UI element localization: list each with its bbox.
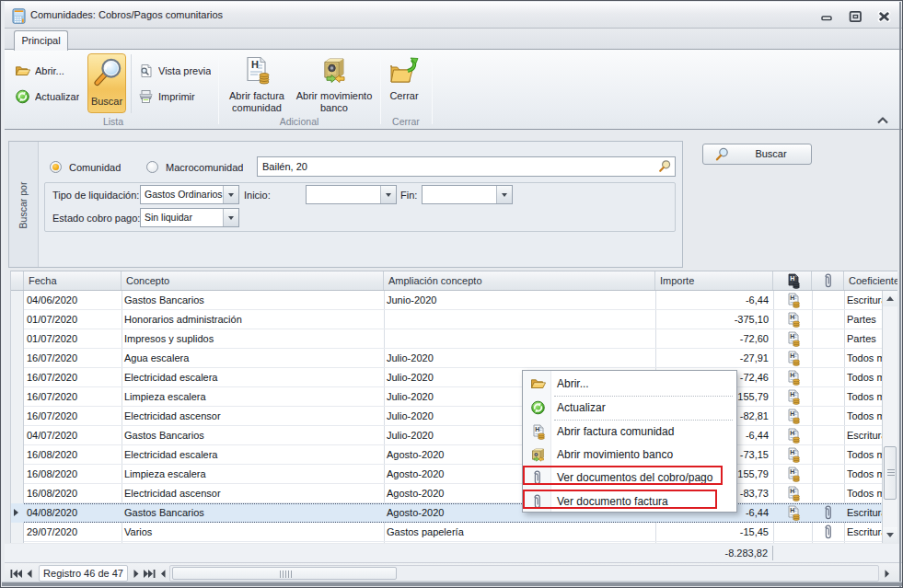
- invoice-icon: H: [785, 428, 801, 444]
- cell-ampliacion[interactable]: [384, 329, 655, 349]
- cell-concepto[interactable]: Impresos y suplidos: [122, 329, 384, 349]
- cell-concepto[interactable]: Electricidad ascensor: [122, 407, 384, 426]
- vertical-scroll-thumb[interactable]: [884, 446, 897, 500]
- ribbon-button-imprimir[interactable]: Imprimir: [138, 87, 214, 106]
- cell-importe[interactable]: -6,44: [655, 291, 773, 310]
- dropdown-arrow-icon[interactable]: [223, 186, 238, 203]
- cell-concepto[interactable]: Electricidad ascensor: [122, 484, 384, 503]
- close-button[interactable]: [877, 10, 891, 23]
- horizontal-scroll-thumb[interactable]: [172, 567, 397, 580]
- tipo-liquidacion-combo[interactable]: Gastos Ordinarios: [140, 185, 239, 204]
- ribbon-button-actualizar[interactable]: Actualizar: [15, 87, 87, 106]
- header-importe[interactable]: Importe: [655, 271, 773, 290]
- header-fecha[interactable]: Fecha: [24, 271, 122, 290]
- radio-macrocomunidad[interactable]: [146, 161, 158, 173]
- cell-ampliacion[interactable]: Junio-2020: [384, 291, 655, 310]
- header-coeficiente[interactable]: Coeficiente: [844, 271, 897, 290]
- inicio-combo[interactable]: [306, 185, 397, 204]
- table-row[interactable]: 04/07/2020 Gastos Bancarios Julio-2020 -…: [11, 426, 897, 445]
- search-input-magnifier-icon[interactable]: [658, 159, 672, 173]
- cell-importe[interactable]: -15,45: [655, 523, 773, 542]
- scroll-left-icon[interactable]: [159, 567, 168, 581]
- cell-fecha[interactable]: 16/08/2020: [24, 484, 122, 503]
- cell-fecha[interactable]: 04/06/2020: [24, 291, 122, 310]
- cell-concepto[interactable]: Electricidad escalera: [122, 445, 384, 465]
- cell-fecha[interactable]: 04/07/2020: [24, 426, 122, 445]
- cell-importe[interactable]: -375,10: [655, 310, 773, 329]
- dropdown-arrow-icon[interactable]: [496, 186, 512, 203]
- buscar-button[interactable]: Buscar: [702, 144, 812, 165]
- cell-concepto[interactable]: Limpieza escalera: [122, 387, 384, 407]
- header-adjunto[interactable]: [812, 271, 844, 290]
- horizontal-scrollbar[interactable]: [169, 565, 879, 582]
- cell-concepto[interactable]: Electricidad escalera: [122, 368, 384, 387]
- table-row[interactable]: 01/07/2020 Honorarios administración -37…: [11, 310, 897, 329]
- table-row[interactable]: 16/07/2020 Agua escalera Julio-2020 -27,…: [11, 349, 897, 368]
- cell-fecha[interactable]: 16/08/2020: [24, 465, 122, 484]
- cell-importe[interactable]: -27,91: [655, 349, 773, 368]
- scroll-right-icon[interactable]: [883, 567, 891, 581]
- table-row[interactable]: 16/08/2020 Electricidad ascensor Agosto-…: [11, 484, 897, 503]
- cell-fecha[interactable]: 16/07/2020: [24, 368, 122, 387]
- cell-fecha[interactable]: 16/07/2020: [24, 387, 122, 407]
- cell-fecha[interactable]: 16/08/2020: [24, 445, 122, 465]
- minimize-button[interactable]: [820, 10, 834, 23]
- scroll-up-button[interactable]: [883, 291, 897, 306]
- chevron-up-icon[interactable]: [876, 116, 889, 124]
- last-record-icon[interactable]: [143, 567, 156, 581]
- scroll-down-button[interactable]: [883, 527, 897, 543]
- ribbon-button-abrir-movimiento[interactable]: Abrir movimiento banco: [290, 53, 378, 114]
- cell-fecha[interactable]: 16/07/2020: [24, 407, 122, 426]
- fin-combo[interactable]: [422, 185, 513, 204]
- radio-comunidad[interactable]: [50, 161, 62, 173]
- cell-concepto[interactable]: Varios: [122, 523, 384, 542]
- ribbon-button-abrir[interactable]: Abrir...: [15, 62, 87, 80]
- cell-fecha[interactable]: 01/07/2020: [24, 329, 122, 349]
- table-row-selected[interactable]: 04/08/2020 Gastos Bancarios Agosto-2020 …: [11, 503, 897, 523]
- cell-fecha[interactable]: 16/07/2020: [24, 349, 122, 368]
- table-row[interactable]: 04/06/2020 Gastos Bancarios Junio-2020 -…: [11, 291, 897, 310]
- cell-concepto[interactable]: Gastos Bancarios: [122, 426, 384, 445]
- cell-concepto[interactable]: Limpieza escalera: [122, 465, 384, 484]
- table-row[interactable]: 16/07/2020 Limpieza escalera Julio-2020 …: [11, 387, 897, 407]
- vertical-scrollbar[interactable]: [882, 291, 897, 543]
- ribbon-button-cerrar[interactable]: Cerrar: [370, 53, 438, 114]
- menu-item-abrir-factura[interactable]: H Abrir factura comunidad: [523, 421, 736, 444]
- table-row[interactable]: 16/08/2020 Limpieza escalera Agosto-2020…: [11, 465, 897, 484]
- table-row[interactable]: 01/07/2020 Impresos y suplidos -72,60 H …: [11, 329, 897, 349]
- first-record-icon[interactable]: [9, 567, 23, 581]
- cell-importe[interactable]: -72,60: [655, 329, 773, 349]
- search-input[interactable]: [257, 156, 676, 177]
- table-row[interactable]: 29/07/2020 Varios Gastos papelería -15,4…: [11, 523, 897, 542]
- cell-concepto[interactable]: Gastos Bancarios: [122, 503, 384, 523]
- maximize-button[interactable]: [849, 10, 862, 23]
- cell-concepto[interactable]: Agua escalera: [122, 349, 384, 368]
- table-row[interactable]: 16/08/2020 Electricidad escalera Agosto-…: [11, 445, 897, 465]
- cell-concepto[interactable]: Gastos Bancarios: [122, 291, 384, 310]
- cell-fecha[interactable]: 01/07/2020: [24, 310, 122, 329]
- cell-concepto[interactable]: Honorarios administración: [122, 310, 384, 329]
- table-row[interactable]: 16/07/2020 Electricidad escalera Julio-2…: [11, 368, 897, 387]
- cell-ampliacion[interactable]: [384, 310, 655, 329]
- dropdown-arrow-icon[interactable]: [380, 186, 396, 203]
- grid-header: Fecha Concepto Ampliación concepto Impor…: [11, 271, 897, 291]
- cell-ampliacion[interactable]: Julio-2020: [384, 349, 655, 368]
- cell-ampliacion[interactable]: Gastos papelería: [384, 523, 655, 542]
- menu-item-abrir-movimiento[interactable]: Abrir movimiento banco: [523, 444, 736, 467]
- header-factura[interactable]: H: [773, 271, 812, 290]
- estado-cobro-pago-combo[interactable]: Sin liquidar: [140, 208, 239, 227]
- cell-fecha[interactable]: 04/08/2020: [24, 503, 122, 523]
- menu-item-abrir[interactable]: Abrir...: [523, 373, 736, 396]
- dropdown-arrow-icon[interactable]: [223, 209, 238, 226]
- ribbon-button-vista-previa[interactable]: Vista previa: [138, 62, 214, 80]
- menu-item-actualizar[interactable]: Actualizar: [523, 397, 736, 420]
- ribbon-button-abrir-factura[interactable]: H Abrir factura comunidad: [223, 53, 291, 114]
- header-ampliacion[interactable]: Ampliación concepto: [384, 271, 655, 290]
- cell-fecha[interactable]: 29/07/2020: [24, 523, 122, 542]
- previous-record-icon[interactable]: [25, 567, 34, 581]
- next-record-icon[interactable]: [132, 567, 141, 581]
- header-concepto[interactable]: Concepto: [122, 271, 384, 290]
- tab-principal[interactable]: Principal: [14, 30, 68, 51]
- ribbon-button-buscar[interactable]: Buscar: [87, 53, 126, 113]
- table-row[interactable]: 16/07/2020 Electricidad ascensor Julio-2…: [11, 407, 897, 426]
